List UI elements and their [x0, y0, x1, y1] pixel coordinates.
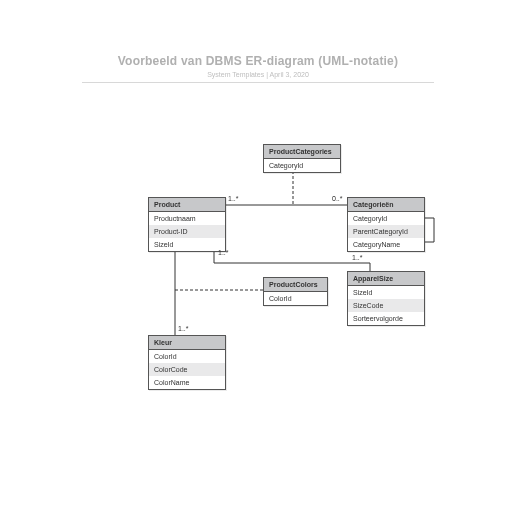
- multiplicity-label: 1..*: [352, 254, 363, 261]
- multiplicity-label: 1..*: [218, 249, 229, 256]
- entity-row: Productnaam: [149, 212, 225, 225]
- entity-kleur: Kleur ColorId ColorCode ColorName: [148, 335, 226, 390]
- entity-row: SizeId: [348, 286, 424, 299]
- entity-row: Sorteervolgorde: [348, 312, 424, 325]
- entity-product-categories: ProductCategories CategoryId: [263, 144, 341, 173]
- entity-row: ColorId: [264, 292, 327, 305]
- diagram-canvas: ProductCategories CategoryId Product Pro…: [0, 0, 516, 516]
- entity-row: CategoryId: [348, 212, 424, 225]
- entity-header: ProductColors: [264, 278, 327, 292]
- multiplicity-label: 1..*: [178, 325, 189, 332]
- entity-row: ColorName: [149, 376, 225, 389]
- entity-row: CategoryId: [264, 159, 340, 172]
- connector-lines: [0, 0, 516, 516]
- entity-row: CategoryName: [348, 238, 424, 251]
- entity-categorieen: Categorieën CategoryId ParentCategoryId …: [347, 197, 425, 252]
- entity-header: ApparelSize: [348, 272, 424, 286]
- entity-row: Product-ID: [149, 225, 225, 238]
- entity-header: Kleur: [149, 336, 225, 350]
- entity-header: Product: [149, 198, 225, 212]
- multiplicity-label: 0..*: [332, 195, 343, 202]
- entity-apparel-size: ApparelSize SizeId SizeCode Sorteervolgo…: [347, 271, 425, 326]
- entity-row: ColorCode: [149, 363, 225, 376]
- entity-product-colors: ProductColors ColorId: [263, 277, 328, 306]
- entity-header: Categorieën: [348, 198, 424, 212]
- entity-row: ParentCategoryId: [348, 225, 424, 238]
- entity-row: SizeCode: [348, 299, 424, 312]
- entity-header: ProductCategories: [264, 145, 340, 159]
- multiplicity-label: 1..*: [228, 195, 239, 202]
- entity-product: Product Productnaam Product-ID SizeId: [148, 197, 226, 252]
- entity-row: ColorId: [149, 350, 225, 363]
- entity-row: SizeId: [149, 238, 225, 251]
